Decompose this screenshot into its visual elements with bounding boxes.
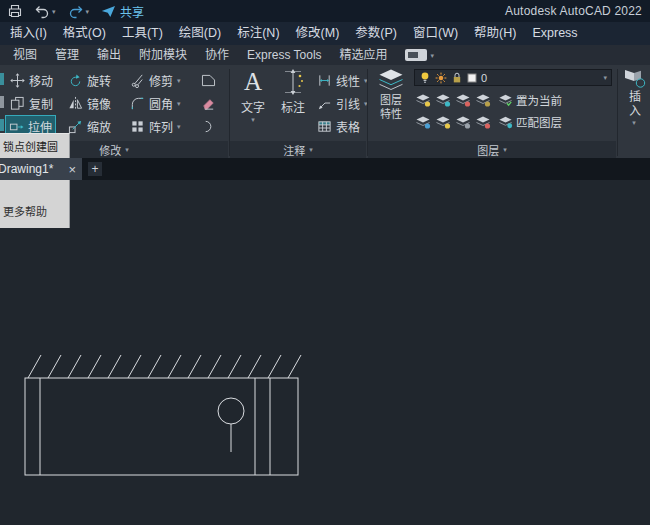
linear-dim-button[interactable]: 线性 ▾ xyxy=(314,70,371,90)
title-bar: ▾ ▾ 共享 Autodesk AutoCAD 2022 xyxy=(0,0,650,22)
layer-tool-button[interactable] xyxy=(454,114,472,130)
trim-button[interactable]: 修剪 ▾ xyxy=(127,70,184,90)
model-space-canvas[interactable] xyxy=(0,180,650,525)
print-button[interactable] xyxy=(6,2,24,20)
file-tab-drawing1[interactable]: Drawing1* × xyxy=(0,158,82,180)
layer-tool-button[interactable] xyxy=(434,92,452,108)
layer-tools-row-1: 置为当前 xyxy=(414,90,562,110)
menu-item[interactable]: 参数(P) xyxy=(347,22,405,45)
caret-down-icon: ▾ xyxy=(177,100,181,107)
match-layer-icon xyxy=(498,115,513,129)
chamfer-button[interactable] xyxy=(197,71,219,89)
fillet-button[interactable]: 圆角 ▾ xyxy=(127,93,184,113)
caret-down-icon: ▾ xyxy=(125,146,129,153)
erase-button[interactable] xyxy=(197,94,219,112)
clipped-icon xyxy=(0,96,4,108)
button-label: 插入 xyxy=(626,90,643,118)
insert-button[interactable]: 插入 ▾ xyxy=(620,67,648,126)
leader-button[interactable]: 引线 ▾ xyxy=(314,93,371,113)
array-button[interactable]: 阵列 ▾ xyxy=(127,116,184,136)
layer-color-swatch xyxy=(467,73,477,83)
layer-tool-button[interactable] xyxy=(474,114,492,130)
ribbon-tab[interactable]: 协作 xyxy=(196,45,238,65)
button-label: 圆角 xyxy=(149,95,173,112)
join-button[interactable] xyxy=(197,117,219,135)
plus-icon: + xyxy=(91,162,98,176)
tooltip-line: 更多帮助 xyxy=(3,203,47,219)
menu-item[interactable]: 标注(N) xyxy=(229,22,287,45)
set-current-button[interactable]: 置为当前 xyxy=(498,92,562,108)
close-icon[interactable]: × xyxy=(68,163,76,176)
layer-tool-button[interactable] xyxy=(454,92,472,108)
ribbon-tab-bar: 视图 管理 输出 附加模块 协作 Express Tools 精选应用 ▾ xyxy=(0,45,650,65)
new-tab-button[interactable]: + xyxy=(88,162,102,176)
array-icon xyxy=(130,119,145,134)
ribbon: 移动 复制 拉伸 xyxy=(0,65,650,158)
scale-button[interactable]: 缩放 xyxy=(65,116,114,136)
insert-block-icon xyxy=(621,67,647,89)
caret-down-icon: ▾ xyxy=(632,119,636,126)
share-label: 共享 xyxy=(120,3,144,20)
redo-button[interactable]: ▾ xyxy=(66,2,92,20)
ribbon-display-toggle[interactable]: ▾ xyxy=(405,45,435,65)
table-button[interactable]: 表格 xyxy=(314,116,363,136)
fillet-icon xyxy=(130,96,145,111)
rotate-button[interactable]: 旋转 xyxy=(65,70,114,90)
button-label: 表格 xyxy=(336,118,360,135)
clipped-icon xyxy=(0,73,4,85)
button-label: 特性 xyxy=(380,108,402,121)
caret-down-icon: ▾ xyxy=(503,146,507,153)
menu-item[interactable]: 格式(O) xyxy=(55,22,114,45)
ribbon-tab[interactable]: 管理 xyxy=(46,45,88,65)
move-icon xyxy=(10,73,25,88)
panel-label-annotate[interactable]: 注释 ▾ xyxy=(230,141,366,158)
ribbon-tab[interactable]: 视图 xyxy=(4,45,46,65)
layer-state-icon xyxy=(435,93,451,107)
share-plane-icon xyxy=(101,5,116,18)
button-label: 匹配图层 xyxy=(516,114,562,130)
cad-drawing xyxy=(0,180,650,525)
mirror-icon xyxy=(68,96,83,111)
mirror-button[interactable]: 镜像 xyxy=(65,93,114,113)
button-label: 旋转 xyxy=(87,72,111,89)
ribbon-tab[interactable]: Express Tools xyxy=(238,45,330,65)
layer-select[interactable]: 0 ▾ xyxy=(414,69,612,86)
ribbon-tab[interactable]: 精选应用 xyxy=(331,45,397,65)
ribbon-tab[interactable]: 附加模块 xyxy=(130,45,196,65)
menu-item[interactable]: 工具(T) xyxy=(114,22,171,45)
layer-tool-button[interactable] xyxy=(414,92,432,108)
dimension-button[interactable]: 标注 xyxy=(274,67,312,115)
layer-tool-button[interactable] xyxy=(434,114,452,130)
menu-item[interactable]: 修改(M) xyxy=(288,22,348,45)
panel-insert: 插入 ▾ xyxy=(618,65,650,158)
ribbon-state-icon xyxy=(405,49,427,61)
undo-button[interactable]: ▾ xyxy=(32,2,58,20)
text-button[interactable]: A 文字 ▾ xyxy=(234,67,272,123)
dimension-icon xyxy=(281,67,305,97)
share-button[interactable]: 共享 xyxy=(99,2,146,20)
join-icon xyxy=(201,119,216,134)
move-button[interactable]: 移动 xyxy=(7,70,56,90)
panel-label-layers[interactable]: 图层 ▾ xyxy=(368,141,616,158)
file-tab-label: Drawing1* xyxy=(0,162,62,176)
caret-down-icon: ▾ xyxy=(431,52,435,59)
menu-item[interactable]: Express xyxy=(524,22,585,45)
panel-layers: 图层 特性 0 ▾ xyxy=(368,65,616,158)
menu-item[interactable]: 插入(I) xyxy=(2,22,55,45)
layers-icon xyxy=(376,67,406,93)
undo-icon xyxy=(34,4,50,19)
layer-tool-button[interactable] xyxy=(474,92,492,108)
caret-down-icon: ▾ xyxy=(309,146,313,153)
ribbon-tab[interactable]: 输出 xyxy=(88,45,130,65)
button-label: 复制 xyxy=(29,95,53,112)
layer-properties-button[interactable]: 图层 特性 xyxy=(370,67,412,121)
match-layer-button[interactable]: 匹配图层 xyxy=(498,114,562,130)
menu-item[interactable]: 窗口(W) xyxy=(405,22,466,45)
layer-tool-button[interactable] xyxy=(414,114,432,130)
clipped-icon xyxy=(0,119,4,131)
erase-icon xyxy=(201,96,216,111)
menu-item[interactable]: 绘图(D) xyxy=(171,22,229,45)
button-label: 置为当前 xyxy=(516,92,562,108)
copy-button[interactable]: 复制 xyxy=(7,93,56,113)
menu-item[interactable]: 帮助(H) xyxy=(466,22,524,45)
